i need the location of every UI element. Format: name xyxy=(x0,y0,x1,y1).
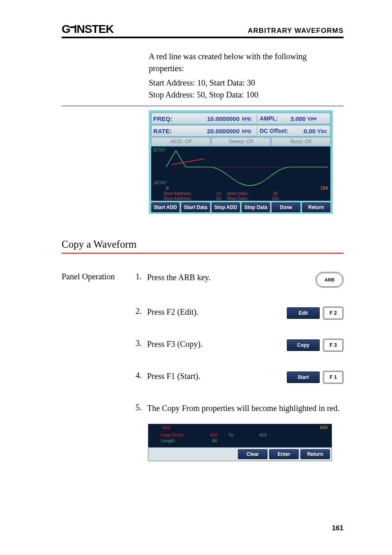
page-header: GINSTEK ARBITRARY WAVEFORMS xyxy=(62,23,344,38)
step4-text: Press F1 (Start). xyxy=(147,371,279,382)
dcoffset-value: 0.00 xyxy=(299,128,316,135)
step2-text: Press F2 (Edit). xyxy=(147,307,279,318)
intro-line2: Start Address: 10, Start Data: 30 xyxy=(149,77,344,89)
softkey-return2[interactable]: Return xyxy=(300,449,330,459)
waveform-plot: 32767 -32767 0 199 xyxy=(151,146,330,191)
device-screen-copy: 410 809 Copy From: 410 To: 410 Length: 6… xyxy=(148,424,332,461)
start-button[interactable]: Start xyxy=(287,372,320,383)
softkey-stop-add[interactable]: Stop ADD xyxy=(212,202,240,212)
start-addr-val: 10 xyxy=(216,191,221,196)
copy-button[interactable]: Copy xyxy=(287,339,320,351)
ampl-unit: Vᴘᴘ xyxy=(306,116,317,122)
f2-button[interactable]: F 2 xyxy=(323,307,344,320)
length-label: Length: xyxy=(161,438,176,443)
panel-operation-label: Panel Operation xyxy=(62,272,136,461)
stop-addr-label: Stop Address: xyxy=(164,196,192,201)
screen-row-freq: FREQ: 10.0000000 kHz AMPL: 3.000 Vᴘᴘ xyxy=(151,113,330,124)
intro-line1: A red line was created below with the fo… xyxy=(149,51,344,74)
step-3: 3. Press F3 (Copy). Copy F 3 xyxy=(136,339,344,352)
scr2-top-right: 809 xyxy=(320,425,327,430)
step-5: 5. The Copy From properties will become … xyxy=(136,403,344,414)
page-number: 161 xyxy=(332,524,344,532)
logo-prefix: G xyxy=(62,23,71,35)
ampl-label: AMPL: xyxy=(258,115,283,122)
to-label: To: xyxy=(228,432,235,437)
step5-text: The Copy From properties will become hig… xyxy=(147,403,344,414)
rate-unit: kHz xyxy=(240,128,256,134)
tab-burst: Burst: Off xyxy=(271,137,330,146)
softkey-enter[interactable]: Enter xyxy=(269,449,299,459)
intro-line3: Stop Address: 50, Stop Data: 100 xyxy=(149,89,344,101)
tab-sweep: Sweep: Off xyxy=(211,137,270,146)
step4-num: 4. xyxy=(136,371,147,380)
step3-num: 3. xyxy=(136,339,147,348)
softkey-clear[interactable]: Clear xyxy=(238,449,267,459)
tab-mod: MOD: Off xyxy=(151,137,210,146)
svg-line-0 xyxy=(172,159,205,165)
intro-block: A red line was created below with the fo… xyxy=(149,51,344,101)
divider xyxy=(62,106,344,106)
length-val: 66 xyxy=(212,438,217,443)
stop-addr-val: 50 xyxy=(216,196,221,201)
waveform-svg xyxy=(151,146,330,191)
scr2-top-left: 410 xyxy=(162,425,170,430)
step5-num: 5. xyxy=(136,403,147,412)
copy-from-val: 410 xyxy=(210,432,217,437)
softkey-row: Start ADD Start Data Stop ADD Stop Data … xyxy=(151,202,330,212)
edit-button[interactable]: Edit xyxy=(287,307,320,319)
arb-button[interactable]: ARB xyxy=(316,272,344,288)
step3-text: Press F3 (Copy). xyxy=(147,339,279,350)
softkey-return[interactable]: Return xyxy=(302,202,330,212)
f1-button[interactable]: F 1 xyxy=(323,371,344,384)
softkey-start-add[interactable]: Start ADD xyxy=(151,202,180,212)
step1-text: Press the ARB key. xyxy=(147,272,307,283)
address-readout: Start Address: 10 Start Data: 30 Stop Ad… xyxy=(151,191,330,201)
dcoffset-label: DC Offset: xyxy=(258,128,299,134)
stop-data-label: Stop Data: xyxy=(227,196,248,201)
logo-rest: INSTEK xyxy=(74,23,114,35)
freq-unit: kHz xyxy=(240,116,256,122)
copy-from-label: Copy From: xyxy=(161,432,184,437)
ampl-value: 3.000 xyxy=(283,115,306,122)
start-addr-label: Start Address: xyxy=(164,191,192,196)
freq-label: FREQ: xyxy=(152,115,181,122)
softkey-done[interactable]: Done xyxy=(272,202,300,212)
section-rule xyxy=(62,253,344,254)
device-screen-main: FREQ: 10.0000000 kHz AMPL: 3.000 Vᴘᴘ RAT… xyxy=(149,110,333,214)
scr2-softkeys: Clear Enter Return xyxy=(148,448,332,461)
freq-value: 10.0000000 xyxy=(181,115,240,122)
step-2: 2. Press F2 (Edit). Edit F 2 xyxy=(136,307,344,320)
f3-button[interactable]: F 3 xyxy=(323,339,344,352)
brand-logo: GINSTEK xyxy=(62,23,113,36)
stop-data-val: 100 xyxy=(271,196,279,201)
rate-value: 20.0000000 xyxy=(181,128,240,135)
to-val: 410 xyxy=(259,432,267,437)
softkey-stop-data[interactable]: Stop Data xyxy=(242,202,270,212)
screen-row-rate: RATE: 20.0000000 kHz DC Offset: 0.00 Vᴅᴄ xyxy=(151,125,330,137)
doc-title: ARBITRARY WAVEFORMS xyxy=(248,27,344,35)
softkey-start-data[interactable]: Start Data xyxy=(181,202,210,212)
step-4: 4. Press F1 (Start). Start F 1 xyxy=(136,371,344,384)
screen-tabs: MOD: Off Sweep: Off Burst: Off xyxy=(151,137,330,146)
dcoffset-unit: Vᴅᴄ xyxy=(316,128,327,134)
rate-label: RATE: xyxy=(152,128,181,135)
step-1: 1. Press the ARB key. ARB xyxy=(136,272,344,288)
step1-num: 1. xyxy=(136,272,147,281)
start-data-val: 30 xyxy=(273,191,278,196)
start-data-label: Start Data: xyxy=(227,191,249,196)
step2-num: 2. xyxy=(136,307,147,316)
section-heading: Copy a Waveform xyxy=(62,239,344,252)
